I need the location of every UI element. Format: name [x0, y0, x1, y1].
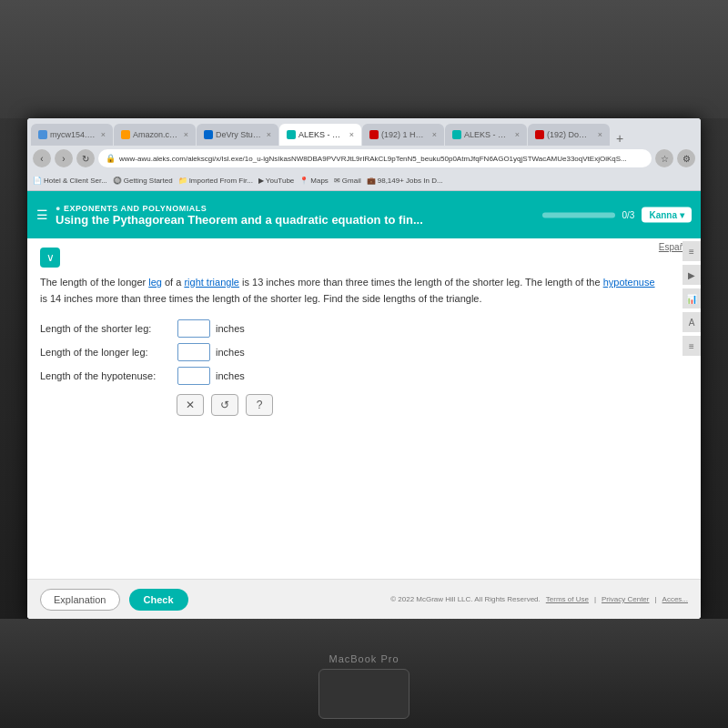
bookmark-youtube[interactable]: ▶ YouTube — [258, 177, 294, 185]
tab-mycw[interactable]: mycw154.ecwcloud... × — [31, 124, 113, 146]
page-title: Using the Pythagorean Theorem and a quad… — [56, 213, 423, 227]
chevron-down-icon: ▾ — [680, 210, 684, 220]
hypotenuse-label: Length of the hypotenuse: — [40, 369, 172, 384]
shorter-leg-input[interactable] — [177, 319, 210, 338]
lock-icon: 🔒 — [106, 154, 116, 163]
shorter-leg-unit: inches — [216, 321, 245, 337]
shorter-leg-group: Length of the shorter leg: inches — [40, 319, 688, 338]
expand-button[interactable]: ∨ — [40, 248, 60, 268]
bottom-bar: Explanation Check © 2022 McGraw Hill LLC… — [27, 579, 701, 619]
section-label: ● EXPONENTS AND POLYNOMIALS — [56, 204, 423, 213]
bookmark-jobs[interactable]: 💼 98,149+ Jobs In D... — [367, 177, 443, 185]
separator2: | — [654, 595, 656, 603]
action-buttons: ✕ ↺ ? — [177, 394, 688, 416]
kanna-label: Kanna — [649, 210, 677, 220]
aleks-main: ∨ The length of the longer leg of a righ… — [27, 238, 701, 425]
problem-text: The length of the longer leg of a right … — [40, 275, 688, 307]
address-bar[interactable]: 🔒 www-awu.aleks.com/alekscgi/x/Isl.exe/1… — [98, 149, 652, 167]
separator: | — [594, 595, 596, 603]
aleks-content: ☰ ● EXPONENTS AND POLYNOMIALS Using the … — [27, 191, 701, 619]
bookmark-hotel[interactable]: 📄 Hotel & Client Ser... — [33, 177, 107, 185]
tab-favicon — [121, 130, 130, 139]
bookmark-maps[interactable]: 📍 Maps — [299, 177, 329, 185]
bookmark-icon: ✉ — [334, 177, 340, 185]
tab-close-icon[interactable]: × — [101, 130, 106, 139]
right-triangle-link[interactable]: right triangle — [184, 277, 239, 288]
check-button[interactable]: Check — [129, 589, 188, 611]
laptop-bottom: MacBook Pro — [0, 619, 728, 728]
tab-close-icon[interactable]: × — [515, 130, 520, 139]
tab-favicon — [38, 130, 47, 139]
kanna-user-button[interactable]: Kanna ▾ — [642, 207, 692, 223]
leg-link[interactable]: leg — [148, 277, 162, 288]
tab-close-icon[interactable]: × — [349, 130, 354, 139]
tab-label: (192) 1 Hour of Dark... — [381, 130, 428, 139]
bookmark-icon: 💼 — [367, 177, 376, 185]
hypotenuse-group: Length of the hypotenuse: inches — [40, 367, 688, 385]
terms-link[interactable]: Terms of Use — [546, 595, 589, 603]
longer-leg-input[interactable] — [177, 343, 210, 361]
progress-text: 0/3 — [622, 210, 635, 220]
explanation-button[interactable]: Explanation — [40, 589, 120, 611]
bookmark-icon: 📍 — [299, 177, 308, 185]
extensions-btn[interactable]: ⚙ — [677, 149, 695, 167]
bookmark-gmail[interactable]: ✉ Gmail — [334, 177, 361, 185]
tab-close-icon[interactable]: × — [184, 130, 188, 139]
side-icon-1[interactable]: ≡ — [682, 241, 701, 261]
bookmark-label: Imported From Fir... — [189, 177, 253, 185]
side-icon-5[interactable]: ≡ — [682, 336, 701, 356]
url-text: www-awu.aleks.com/alekscgi/x/Isl.exe/1o_… — [119, 155, 627, 163]
bookmark-icon: 🔘 — [113, 177, 122, 185]
tab-dark[interactable]: (192) 1 Hour of Dark... × — [362, 124, 444, 146]
tab-label: Amazon.com: Prime — [133, 130, 179, 139]
privacy-link[interactable]: Privacy Center — [602, 595, 649, 603]
bookmark-imported[interactable]: 📁 Imported From Fir... — [178, 177, 253, 185]
tab-favicon — [204, 130, 213, 139]
trackpad[interactable] — [318, 669, 410, 719]
laptop-top — [0, 0, 728, 118]
tab-label: (192) Domain and R... — [547, 130, 593, 139]
access-link[interactable]: Acces... — [662, 595, 688, 603]
longer-leg-label: Length of the longer leg: — [40, 345, 172, 360]
tab-favicon — [287, 130, 296, 139]
help-button[interactable]: ? — [246, 394, 273, 416]
hamburger-menu-icon[interactable]: ☰ — [36, 207, 48, 222]
tab-close-icon[interactable]: × — [432, 130, 437, 139]
longer-leg-unit: inches — [216, 345, 245, 360]
forward-button[interactable]: › — [55, 149, 73, 167]
footer-links: © 2022 McGraw Hill LLC. All Rights Reser… — [390, 595, 688, 603]
undo-button[interactable]: ↺ — [211, 394, 238, 416]
bookmark-icon: 📄 — [33, 177, 42, 185]
side-icon-3[interactable]: 📊 — [682, 288, 701, 308]
bookmark-label: Gmail — [342, 177, 361, 185]
reload-button[interactable]: ↻ — [76, 149, 95, 167]
clear-button[interactable]: ✕ — [177, 394, 204, 416]
bookmark-label: Maps — [310, 177, 329, 185]
tab-close-icon[interactable]: × — [267, 130, 271, 139]
tab-label: ALEKS - McGraw-Hi... — [298, 130, 345, 139]
tab-amazon[interactable]: Amazon.com: Prime × — [114, 124, 196, 146]
new-tab-button[interactable]: + — [611, 131, 629, 146]
screen: mycw154.ecwcloud... × Amazon.com: Prime … — [27, 118, 701, 619]
side-icon-2[interactable]: ▶ — [682, 265, 701, 285]
tab-devry[interactable]: DeVry Student Portal × — [197, 124, 278, 146]
tab-label: ALEKS - Kanna Woo... — [464, 130, 511, 139]
bookmark-star[interactable]: ☆ — [655, 149, 673, 167]
macbook-label: MacBook Pro — [329, 653, 399, 664]
side-icons: ≡ ▶ 📊 A ≡ — [682, 241, 701, 356]
aleks-topbar: ☰ ● EXPONENTS AND POLYNOMIALS Using the … — [27, 191, 701, 238]
tab-domain[interactable]: (192) Domain and R... × — [528, 124, 610, 146]
tab-favicon — [452, 130, 461, 139]
hypotenuse-link[interactable]: hypotenuse — [603, 277, 655, 288]
tab-label: DeVry Student Portal — [216, 130, 262, 139]
topbar-right: 0/3 Kanna ▾ — [542, 207, 692, 223]
tab-close-icon[interactable]: × — [598, 130, 602, 139]
back-button[interactable]: ‹ — [33, 149, 51, 167]
tab-aleks-active[interactable]: ALEKS - McGraw-Hi... × — [279, 124, 361, 146]
bookmark-label: Hotel & Client Ser... — [44, 177, 107, 185]
bookmark-label: YouTube — [266, 177, 294, 185]
tab-aleks2[interactable]: ALEKS - Kanna Woo... × — [445, 124, 527, 146]
hypotenuse-input[interactable] — [177, 367, 210, 385]
side-icon-4[interactable]: A — [682, 312, 701, 332]
bookmark-getting-started[interactable]: 🔘 Getting Started — [113, 177, 173, 185]
